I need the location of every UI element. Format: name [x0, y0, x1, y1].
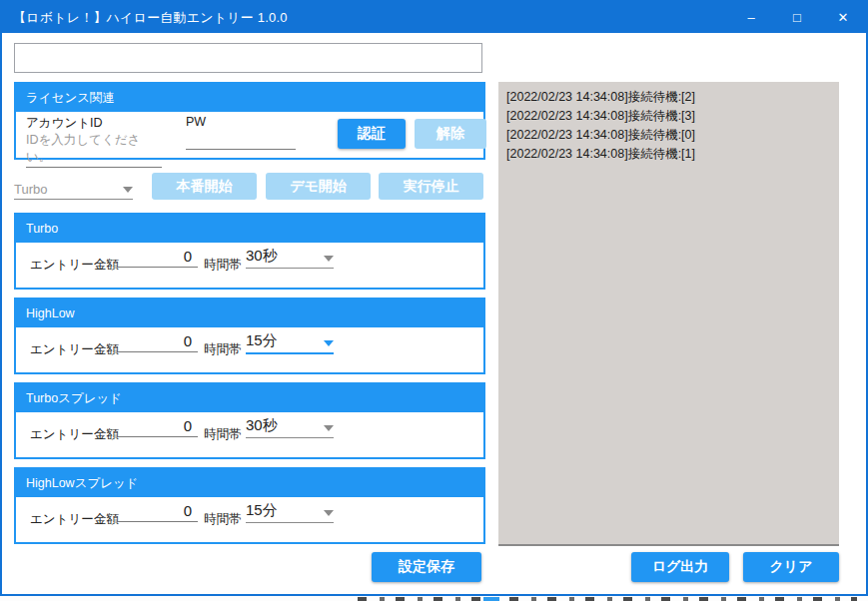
time-frame-select[interactable]: 15分	[246, 501, 334, 523]
log-output-area[interactable]: [2022/02/23 14:34:08]接続待機:[2] [2022/02/2…	[498, 82, 839, 546]
account-id-input[interactable]: IDを入力してください。	[26, 132, 162, 168]
log-line: [2022/02/23 14:34:08]接続待機:[0]	[506, 126, 831, 145]
chevron-down-icon	[324, 510, 334, 516]
auth-button[interactable]: 認証	[338, 119, 406, 149]
time-frame-label: 時間帯	[204, 257, 242, 274]
start-live-button[interactable]: 本番開始	[152, 173, 257, 200]
log-export-button[interactable]: ログ出力	[631, 552, 729, 582]
entry-amount-label: エントリー金額	[30, 511, 119, 528]
license-section: ライセンス関連 アカウントID IDを入力してください。 PW 認証 解除	[14, 82, 485, 160]
window-controls: – □ ✕	[728, 2, 866, 33]
entry-amount-label: エントリー金額	[30, 341, 119, 358]
highlow-spread-section: HighLowスプレッド エントリー金額 0 時間帯 15分	[14, 467, 485, 544]
mode-select[interactable]: Turbo	[14, 174, 133, 200]
time-frame-label: 時間帯	[204, 511, 242, 528]
background-text-fragment	[358, 597, 857, 601]
time-frame-label: 時間帯	[204, 426, 242, 443]
log-line: [2022/02/23 14:34:08]接続待機:[3]	[506, 107, 831, 126]
maximize-icon[interactable]: □	[774, 2, 820, 33]
entry-amount-input[interactable]: 0	[118, 248, 198, 268]
license-section-header: ライセンス関連	[16, 84, 483, 112]
log-line: [2022/02/23 14:34:08]接続待機:[1]	[506, 145, 831, 164]
minimize-icon[interactable]: –	[728, 2, 774, 33]
highlow-spread-section-header: HighLowスプレッド	[16, 469, 483, 497]
account-id-label: アカウントID	[26, 115, 102, 132]
turbo-spread-section: Turboスプレッド エントリー金額 0 時間帯 30秒	[14, 382, 485, 459]
log-line: [2022/02/23 14:34:08]接続待機:[2]	[506, 88, 831, 107]
time-frame-select[interactable]: 30秒	[246, 247, 334, 269]
background-highlight-fragment	[483, 597, 499, 601]
turbo-spread-section-header: Turboスプレッド	[16, 384, 483, 412]
time-frame-label: 時間帯	[204, 341, 242, 358]
window-title: 【ロボトレ！】ハイロー自動エントリー 1.0.0	[2, 9, 288, 27]
clear-log-button[interactable]: クリア	[743, 552, 839, 582]
chevron-down-icon	[123, 187, 133, 193]
chevron-down-icon	[324, 256, 334, 262]
title-bar: 【ロボトレ！】ハイロー自動エントリー 1.0.0 – □ ✕	[2, 2, 866, 33]
stop-button[interactable]: 実行停止	[379, 173, 483, 200]
chevron-down-icon	[324, 425, 334, 431]
mode-select-value: Turbo	[14, 182, 47, 197]
turbo-section: Turbo エントリー金額 0 時間帯 30秒	[14, 213, 485, 290]
entry-amount-input[interactable]: 0	[118, 417, 198, 437]
top-text-input[interactable]	[14, 43, 482, 73]
highlow-section-header: HighLow	[16, 300, 483, 327]
entry-amount-input[interactable]: 0	[118, 502, 198, 522]
time-frame-select[interactable]: 15分	[246, 331, 334, 354]
close-icon[interactable]: ✕	[820, 2, 866, 33]
app-window: 【ロボトレ！】ハイロー自動エントリー 1.0.0 – □ ✕ ライセンス関連 ア…	[0, 0, 868, 596]
password-input[interactable]	[186, 132, 296, 150]
release-button[interactable]: 解除	[415, 119, 486, 149]
background-app-sliver	[0, 596, 868, 601]
save-settings-button[interactable]: 設定保存	[372, 552, 481, 582]
entry-amount-label: エントリー金額	[30, 257, 119, 274]
highlow-section: HighLow エントリー金額 0 時間帯 15分	[14, 298, 485, 374]
time-frame-value: 15分	[246, 501, 278, 520]
time-frame-value: 15分	[246, 331, 278, 350]
start-demo-button[interactable]: デモ開始	[266, 173, 371, 200]
entry-amount-label: エントリー金額	[30, 426, 119, 443]
password-label: PW	[186, 115, 206, 129]
turbo-section-header: Turbo	[16, 215, 483, 243]
time-frame-value: 30秒	[246, 247, 278, 266]
entry-amount-input[interactable]: 0	[118, 332, 198, 352]
time-frame-select[interactable]: 30秒	[246, 416, 334, 438]
chevron-down-icon	[324, 340, 334, 346]
time-frame-value: 30秒	[246, 416, 278, 435]
